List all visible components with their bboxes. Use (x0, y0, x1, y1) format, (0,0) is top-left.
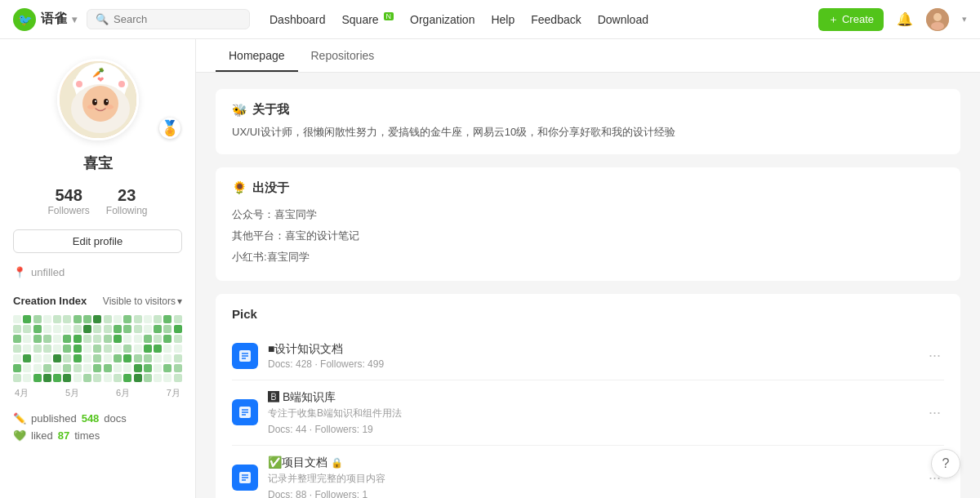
nav-dashboard[interactable]: Dashboard (270, 13, 326, 26)
published-text: published (31, 412, 77, 425)
repo-icon-1 (232, 399, 258, 425)
location-section: 🌻 出没于 公众号：喜宝同学 其他平台：喜宝的设计笔记 小红书:喜宝同学 (216, 167, 960, 281)
heatmap-cell (43, 325, 51, 333)
svg-point-17 (76, 81, 82, 87)
liked-count: 87 (58, 429, 69, 442)
heatmap-cell (63, 335, 71, 343)
heatmap-cell (134, 335, 142, 343)
nav-square[interactable]: Square N (342, 12, 394, 26)
main-header: 🐦 语雀 ▾ 🔍 Dashboard Square N Organization… (0, 0, 980, 39)
location-item-2: 小红书:喜宝同学 (232, 247, 944, 268)
repo-more-1[interactable]: ··· (925, 401, 944, 425)
tab-homepage[interactable]: Homepage (216, 39, 298, 72)
heatmap-cell (174, 354, 182, 362)
search-input[interactable] (114, 13, 241, 25)
heatmap-cell (123, 374, 131, 382)
heatmap-cell (123, 315, 131, 323)
heatmap-cell (23, 335, 31, 343)
heatmap-cell (63, 315, 71, 323)
heatmap-cell (144, 374, 152, 382)
liked-text: liked (31, 429, 53, 442)
svg-point-3 (933, 13, 942, 21)
heatmap-cell (174, 374, 182, 382)
repo-desc-2: 记录并整理完整的项目内容 (268, 472, 915, 486)
edit-profile-button[interactable]: Edit profile (13, 229, 182, 253)
heatmap-cell (93, 345, 101, 353)
heatmap-cell (93, 335, 101, 343)
following-stat[interactable]: 23 Following (106, 186, 148, 216)
heatmap-cell (134, 315, 142, 323)
heatmap-cell (13, 354, 21, 362)
about-section: 🐝 关于我 UX/UI设计师，很懒闲散性努力，爱搞钱的金牛座，网易云10级，和你… (216, 89, 960, 154)
nav-organization[interactable]: Organization (410, 13, 474, 26)
heatmap-cell (33, 364, 42, 372)
svg-text:🥕: 🥕 (92, 66, 105, 78)
heatmap-cell (74, 364, 82, 372)
repo-item-0[interactable]: ■设计知识文档 Docs: 428 · Followers: 499 ··· (232, 332, 944, 380)
nav-download[interactable]: Download (598, 13, 648, 26)
about-icon: 🐝 (232, 103, 247, 118)
heatmap-cell (13, 325, 21, 333)
heatmap-cell (163, 354, 172, 362)
help-button[interactable]: ? (931, 449, 960, 478)
notification-bell-icon[interactable]: 🔔 (897, 11, 913, 27)
repo-meta-0: Docs: 428 · Followers: 499 (268, 358, 915, 370)
logo-dropdown-icon[interactable]: ▾ (72, 14, 77, 25)
svg-point-14 (105, 104, 114, 109)
header-right: ＋ Create 🔔 ▾ (818, 8, 967, 31)
heatmap-cell (43, 374, 51, 382)
repo-desc-1: 专注于收集B端知识和组件用法 (268, 407, 915, 420)
heatmap-cell (114, 325, 122, 333)
logo[interactable]: 🐦 语雀 ▾ (13, 8, 77, 31)
heatmap-cell (154, 364, 162, 372)
heatmap-cell (104, 345, 112, 353)
svg-point-13 (87, 104, 96, 109)
repo-icon-2 (232, 465, 258, 491)
followers-label: Followers (47, 205, 89, 216)
tab-repositories[interactable]: Repositories (298, 39, 388, 72)
heatmap-cell (123, 345, 131, 353)
svg-point-8 (82, 86, 118, 122)
repo-info-0: ■设计知识文档 Docs: 428 · Followers: 499 (268, 342, 915, 370)
location-item-0: 公众号：喜宝同学 (232, 204, 944, 225)
heatmap-cell (74, 354, 82, 362)
heatmap-cell (13, 345, 21, 353)
dropdown-arrow-icon: ▾ (177, 296, 182, 307)
heatmap-cell (33, 335, 42, 343)
heatmap-cell (114, 374, 122, 382)
left-sidebar: ❤ 🥕 🏅 喜宝 548 Followers 23 Following Edit… (0, 39, 196, 498)
tabs-bar: Homepage Repositories (196, 39, 980, 73)
search-icon: 🔍 (96, 13, 109, 25)
nav-help[interactable]: Help (491, 13, 514, 26)
repo-item-2[interactable]: ✅项目文档 🔒 记录并整理完整的项目内容 Docs: 88 · Follower… (232, 446, 944, 498)
visibility-dropdown[interactable]: Visible to visitors ▾ (103, 296, 182, 307)
followers-stat[interactable]: 548 Followers (47, 186, 89, 216)
heatmap-cell (83, 354, 91, 362)
search-box[interactable]: 🔍 (87, 9, 250, 29)
main-content: Homepage Repositories 🐝 关于我 UX/UI设计师，很懒闲… (196, 39, 980, 498)
heatmap-cell (123, 364, 131, 372)
heatmap-cell (74, 345, 82, 353)
repo-more-0[interactable]: ··· (925, 344, 944, 367)
svg-point-10 (104, 99, 109, 105)
heatmap-cell (13, 335, 21, 343)
published-stat: ✏️ published 548 docs (13, 412, 182, 425)
heatmap-cell (93, 374, 101, 382)
user-avatar-header[interactable] (926, 8, 949, 31)
about-title-text: 关于我 (252, 102, 289, 118)
create-button[interactable]: ＋ Create (818, 8, 884, 31)
heatmap-cell (123, 325, 131, 333)
heatmap-cell (154, 374, 162, 382)
heatmap-cell (114, 364, 122, 372)
heatmap-cell (13, 315, 21, 323)
main-nav: Dashboard Square N Organization Help Fee… (270, 12, 818, 26)
heatmap-cell (53, 345, 61, 353)
heatmap-cell (83, 315, 91, 323)
repo-item-1[interactable]: 🅱 B端知识库 专注于收集B端知识和组件用法 Docs: 44 · Follow… (232, 380, 944, 446)
nav-feedback[interactable]: Feedback (531, 13, 581, 26)
heatmap-cell (114, 354, 122, 362)
user-dropdown-icon[interactable]: ▾ (962, 14, 967, 24)
heatmap-cell (174, 315, 182, 323)
heatmap-cell (114, 345, 122, 353)
heatmap-cell (83, 335, 91, 343)
